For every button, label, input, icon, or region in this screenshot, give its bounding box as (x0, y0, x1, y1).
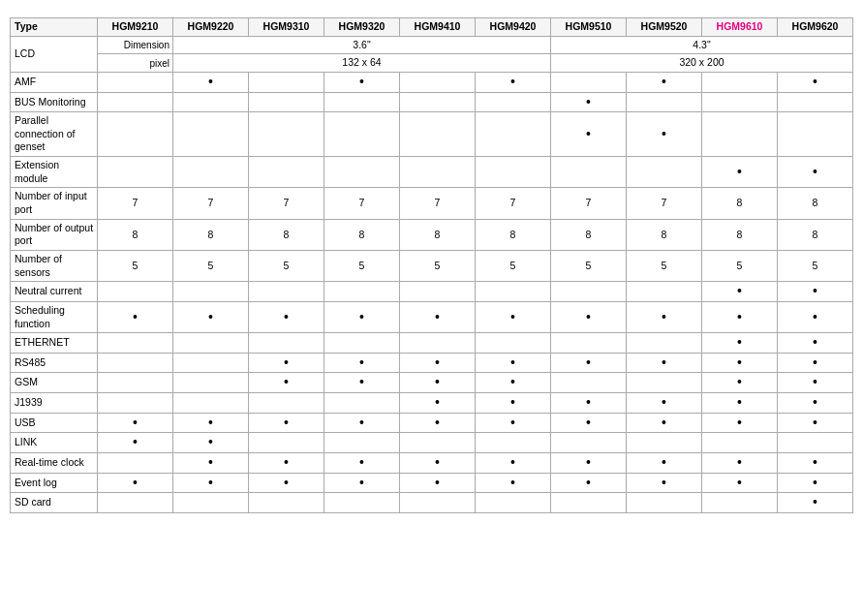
table-cell (476, 493, 551, 513)
table-cell (400, 112, 476, 157)
table-cell: • (400, 353, 476, 373)
table-cell: • (173, 473, 249, 493)
row-label: J1939 (11, 393, 98, 414)
table-cell: • (778, 413, 853, 433)
table-cell (173, 353, 249, 373)
table-cell: • (778, 393, 853, 414)
table-cell (627, 373, 702, 393)
table-row: Scheduling function•••••••••• (11, 301, 853, 332)
table-cell: • (249, 353, 324, 373)
table-cell: 8 (476, 219, 551, 250)
header-type: Type (11, 18, 98, 37)
table-cell (702, 493, 778, 513)
header-HGM9210: HGM9210 (98, 18, 173, 37)
table-cell (173, 333, 249, 354)
lcd-dim-36: 3.6" (173, 36, 551, 54)
table-cell (476, 333, 551, 354)
table-cell: • (324, 413, 400, 433)
table-cell: • (702, 473, 778, 493)
table-cell: 5 (476, 250, 551, 281)
header-HGM9320: HGM9320 (324, 18, 400, 37)
table-cell (249, 282, 324, 302)
table-cell: • (324, 353, 400, 373)
table-cell: 8 (627, 219, 702, 250)
table-cell (400, 433, 476, 453)
table-cell (173, 112, 249, 157)
table-cell: • (551, 393, 627, 414)
table-cell: 8 (778, 188, 853, 219)
table-cell (249, 433, 324, 453)
header-HGM9620: HGM9620 (778, 18, 853, 37)
table-cell (400, 282, 476, 302)
table-cell: 5 (551, 250, 627, 281)
table-row: Parallel connection of genset•• (11, 112, 853, 157)
row-label: Number of input port (11, 188, 98, 219)
table-cell: • (702, 413, 778, 433)
table-cell: • (778, 157, 853, 188)
table-cell (324, 493, 400, 513)
table-cell (476, 92, 551, 112)
table-cell (324, 92, 400, 112)
table-cell: • (173, 433, 249, 453)
table-cell (173, 373, 249, 393)
table-cell: • (324, 453, 400, 474)
table-cell (476, 157, 551, 188)
table-cell: 7 (400, 188, 476, 219)
table-cell (249, 393, 324, 414)
table-cell (551, 72, 627, 92)
table-cell: 8 (778, 219, 853, 250)
table-row: LCDDimension3.6"4.3" (11, 36, 853, 54)
table-cell (702, 112, 778, 157)
table-row: SD card• (11, 493, 853, 513)
row-label: Event log (11, 473, 98, 493)
row-label: SD card (11, 493, 98, 513)
table-cell (98, 493, 173, 513)
table-cell: • (551, 453, 627, 474)
table-cell (324, 157, 400, 188)
table-cell (627, 433, 702, 453)
table-cell: • (400, 393, 476, 414)
table-cell: • (778, 72, 853, 92)
table-cell: • (400, 373, 476, 393)
table-cell: • (476, 473, 551, 493)
table-cell (173, 493, 249, 513)
row-label: LINK (11, 433, 98, 453)
lcd-pixel-sublabel: pixel (98, 54, 173, 73)
table-cell: • (627, 413, 702, 433)
table-cell: • (702, 453, 778, 474)
table-cell: • (778, 301, 853, 332)
table-cell (98, 393, 173, 414)
table-row: Event log•••••••••• (11, 473, 853, 493)
table-cell (324, 112, 400, 157)
table-cell: • (98, 413, 173, 433)
table-cell: 8 (98, 219, 173, 250)
table-cell: • (551, 301, 627, 332)
table-cell (324, 282, 400, 302)
table-cell: 5 (324, 250, 400, 281)
table-cell: 5 (778, 250, 853, 281)
table-cell (400, 72, 476, 92)
table-cell: • (778, 353, 853, 373)
table-cell (173, 92, 249, 112)
table-cell: 8 (702, 219, 778, 250)
table-cell (627, 333, 702, 354)
table-cell (400, 333, 476, 354)
table-cell: • (702, 393, 778, 414)
table-cell: • (702, 301, 778, 332)
table-cell: • (778, 373, 853, 393)
table-cell: • (476, 373, 551, 393)
table-cell (476, 112, 551, 157)
table-cell (98, 282, 173, 302)
table-cell (324, 393, 400, 414)
table-cell: • (627, 72, 702, 92)
table-cell: • (627, 353, 702, 373)
table-cell (551, 373, 627, 393)
table-cell (98, 373, 173, 393)
header-HGM9510: HGM9510 (551, 18, 627, 37)
row-label: BUS Monitoring (11, 92, 98, 112)
table-cell (98, 112, 173, 157)
table-cell (400, 92, 476, 112)
table-cell: 8 (551, 219, 627, 250)
table-cell: 5 (173, 250, 249, 281)
table-cell: • (400, 453, 476, 474)
